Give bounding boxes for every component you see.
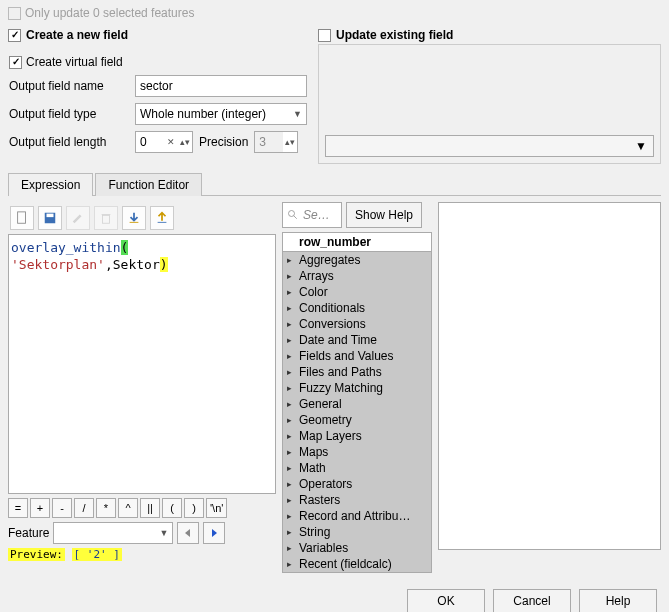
tab-expression[interactable]: Expression (8, 173, 93, 196)
output-type-label: Output field type (9, 107, 129, 121)
chevron-down-icon: ▼ (635, 139, 647, 153)
function-category-item[interactable]: Rasters (283, 492, 431, 508)
ok-button[interactable]: OK (407, 589, 485, 612)
create-new-field-label: Create a new field (26, 28, 128, 42)
function-list[interactable]: row_number AggregatesArraysColorConditio… (282, 232, 432, 573)
function-category-item[interactable]: General (283, 396, 431, 412)
function-category-item[interactable]: Conversions (283, 316, 431, 332)
prev-feature-button[interactable] (177, 522, 199, 544)
delete-icon (94, 206, 118, 230)
svg-rect-0 (18, 212, 26, 223)
function-category-item[interactable]: Arrays (283, 268, 431, 284)
show-help-button[interactable]: Show Help (346, 202, 422, 228)
export-icon[interactable] (150, 206, 174, 230)
function-category-item[interactable]: Fields and Values (283, 348, 431, 364)
update-existing-field-label: Update existing field (336, 28, 453, 42)
operator-button[interactable]: '\n' (206, 498, 227, 518)
svg-rect-3 (103, 215, 110, 223)
operator-button[interactable]: = (8, 498, 28, 518)
update-existing-field-checkbox[interactable] (318, 29, 331, 42)
svg-rect-2 (47, 214, 54, 218)
operator-button[interactable]: ( (162, 498, 182, 518)
stepper-icon[interactable]: ▴▾ (178, 132, 192, 152)
svg-line-8 (294, 216, 297, 219)
update-field-combo[interactable]: ▼ (325, 135, 654, 157)
chevron-down-icon: ▼ (293, 109, 302, 119)
stepper-icon: ▴▾ (283, 132, 297, 152)
operator-button[interactable]: ) (184, 498, 204, 518)
output-type-combo[interactable]: Whole number (integer) ▼ (135, 103, 307, 125)
function-category-item[interactable]: Conditionals (283, 300, 431, 316)
create-virtual-field-label: Create virtual field (26, 55, 123, 69)
feature-label: Feature (8, 526, 49, 540)
function-category-item[interactable]: Record and Attribu… (283, 508, 431, 524)
only-update-checkbox (8, 7, 21, 20)
import-icon[interactable] (122, 206, 146, 230)
search-icon (287, 209, 299, 221)
function-category-item[interactable]: Fuzzy Matching (283, 380, 431, 396)
function-category-item[interactable]: Aggregates (283, 252, 431, 268)
function-search-input[interactable]: Se… (282, 202, 342, 228)
function-list-header[interactable]: row_number (283, 233, 431, 252)
create-virtual-field-checkbox[interactable] (9, 56, 22, 69)
operator-button[interactable]: - (52, 498, 72, 518)
operator-button[interactable]: + (30, 498, 50, 518)
function-category-item[interactable]: Date and Time (283, 332, 431, 348)
operator-button[interactable]: / (74, 498, 94, 518)
output-name-label: Output field name (9, 79, 129, 93)
feature-combo[interactable]: ▼ (53, 522, 173, 544)
update-existing-panel: ▼ (318, 44, 661, 164)
function-category-item[interactable]: Map Layers (283, 428, 431, 444)
precision-spinner: ▴▾ (254, 131, 298, 153)
create-new-field-checkbox[interactable] (8, 29, 21, 42)
function-category-item[interactable]: Files and Paths (283, 364, 431, 380)
function-category-item[interactable]: Recent (fieldcalc) (283, 556, 431, 572)
function-category-item[interactable]: Geometry (283, 412, 431, 428)
clear-icon[interactable]: ✕ (164, 132, 178, 152)
function-category-item[interactable]: Math (283, 460, 431, 476)
help-button[interactable]: Help (579, 589, 657, 612)
new-file-icon[interactable] (10, 206, 34, 230)
tab-function-editor[interactable]: Function Editor (95, 173, 202, 196)
edit-icon (66, 206, 90, 230)
function-category-item[interactable]: Maps (283, 444, 431, 460)
function-category-item[interactable]: String (283, 524, 431, 540)
operator-button[interactable]: * (96, 498, 116, 518)
preview-row: Preview: [ '2' ] (8, 548, 276, 561)
next-feature-button[interactable] (203, 522, 225, 544)
output-length-label: Output field length (9, 135, 129, 149)
function-category-item[interactable]: Operators (283, 476, 431, 492)
save-icon[interactable] (38, 206, 62, 230)
only-update-label: Only update 0 selected features (25, 6, 194, 20)
precision-label: Precision (199, 135, 248, 149)
help-panel (438, 202, 661, 550)
output-length-spinner[interactable]: ✕▴▾ (135, 131, 193, 153)
svg-point-7 (289, 211, 295, 217)
function-category-item[interactable]: Color (283, 284, 431, 300)
expression-editor[interactable]: overlay_within('Sektorplan',Sektor) (8, 234, 276, 494)
operator-button[interactable]: || (140, 498, 160, 518)
output-name-input[interactable] (135, 75, 307, 97)
expression-toolbar (8, 202, 276, 234)
cancel-button[interactable]: Cancel (493, 589, 571, 612)
chevron-down-icon: ▼ (159, 528, 168, 538)
function-category-item[interactable]: Variables (283, 540, 431, 556)
operator-button[interactable]: ^ (118, 498, 138, 518)
